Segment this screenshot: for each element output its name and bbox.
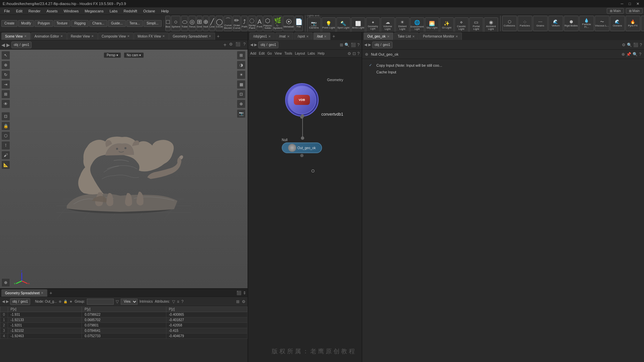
camera-tool[interactable]: 📷 Camera: [307, 17, 321, 33]
caustic-light-tool[interactable]: ⋄ Caustic Light: [454, 17, 469, 33]
grid-tool[interactable]: ⊞ Grid: [197, 16, 202, 31]
ng-tools-button[interactable]: Tools: [284, 52, 292, 55]
node-icon-button[interactable]: ⊕: [59, 300, 61, 303]
viewport-breadcrumb[interactable]: obj / geo1: [11, 42, 32, 48]
menu-redshift[interactable]: Redshift: [121, 8, 140, 14]
attributes-list-icon[interactable]: ≡: [177, 299, 179, 304]
props-help-button[interactable]: ?: [640, 43, 642, 47]
point-light-tool[interactable]: 💡 Point Light: [322, 17, 336, 33]
box-tool[interactable]: □ Box: [165, 16, 171, 31]
mat-tab-close[interactable]: ✕: [287, 35, 290, 38]
display-options-button[interactable]: ⊞: [237, 51, 246, 60]
geo-tab-close[interactable]: ✕: [41, 291, 44, 295]
menu-megascans[interactable]: Megascans: [82, 8, 106, 14]
workspace-main-left[interactable]: ⊞ Main: [607, 8, 624, 14]
viewport-gear-button[interactable]: ⚙: [228, 41, 233, 49]
ng-edit-button[interactable]: Edit: [259, 52, 265, 55]
tab-geo-spreadsheet[interactable]: Geometry Spreadsheet ✕: [169, 33, 215, 40]
minimize-button[interactable]: ─: [619, 2, 626, 6]
ss-help-icon[interactable]: ?: [181, 299, 184, 304]
menu-help[interactable]: Help: [158, 8, 171, 14]
ss-breadcrumb[interactable]: obj / geo1: [10, 298, 30, 305]
tab-animation-editor[interactable]: Animation Editor ✕: [31, 33, 67, 40]
viewport-maximize-button[interactable]: ⬛: [235, 41, 241, 49]
tab-motion-fx[interactable]: Motion FX View ✕: [134, 33, 169, 40]
convertvdb-visual[interactable]: VDB: [285, 83, 319, 117]
node-lock-button[interactable]: 🔒: [63, 300, 67, 303]
geo-spreadsheet-close[interactable]: ✕: [209, 35, 211, 38]
ng-settings-button[interactable]: ⚙: [347, 51, 351, 56]
particles-tool[interactable]: ·:· Particles: [518, 16, 532, 31]
ng-labs-button[interactable]: Labs: [308, 52, 315, 55]
filter-icon[interactable]: ▽: [116, 299, 119, 304]
viscous-tool[interactable]: 〜 Viscous L...: [595, 16, 609, 31]
menu-render[interactable]: Render: [26, 8, 43, 14]
cache-input-item[interactable]: Cache Input: [365, 69, 641, 75]
metaball-tool[interactable]: ⦿ Metaball: [283, 16, 294, 31]
ng-layout-menu-button[interactable]: Layout: [295, 52, 305, 55]
grains-tool[interactable]: ⋯ Grains: [533, 16, 548, 31]
sphere-tool[interactable]: ○ Sphere: [171, 16, 180, 31]
path-tool[interactable]: ⤴ Path: [241, 16, 247, 31]
breadcrumb-obj[interactable]: obj: [14, 43, 18, 47]
tab-out[interactable]: /out ✕: [313, 33, 330, 40]
ng-add-button[interactable]: Add: [250, 52, 256, 55]
portal-light-tool[interactable]: ▭ Portal Light: [469, 17, 483, 33]
menu-assets[interactable]: Assets: [44, 8, 60, 14]
props-gear-button[interactable]: ⚙: [622, 43, 626, 47]
tab-spot[interactable]: /spot ✕: [294, 33, 313, 40]
props-pin-button[interactable]: 📌: [626, 52, 631, 57]
props-nav-back[interactable]: ◀: [364, 43, 367, 47]
ambient-light-tool[interactable]: ◉ Ambient Light: [484, 17, 498, 33]
ng-nav-back[interactable]: ◀: [250, 43, 253, 47]
bg-color-button[interactable]: ▦: [237, 80, 246, 89]
ss-breadcrumb-geo1[interactable]: geo1: [20, 300, 28, 303]
tab-obj-geo1[interactable]: /obj/geo1 ✕: [250, 33, 275, 40]
copy-input-item[interactable]: ✓ Copy Input (Note: Input will be still …: [365, 62, 641, 69]
menu-windows[interactable]: Windows: [61, 8, 82, 14]
texture-mode-button[interactable]: Texture: [54, 20, 71, 27]
spot-tab-close[interactable]: ✕: [306, 35, 309, 38]
character-mode-button[interactable]: Chara...: [89, 20, 107, 27]
out-geo-ok-close[interactable]: ✕: [387, 35, 390, 38]
lighting-button[interactable]: ☀: [237, 70, 246, 79]
col-header-pz[interactable]: P[z]: [166, 307, 248, 312]
out-tab-close[interactable]: ✕: [324, 35, 327, 38]
tab-composite-view[interactable]: Composite View ✕: [98, 33, 133, 40]
nav-back-button[interactable]: ◀: [1, 42, 5, 48]
menu-file[interactable]: File: [1, 8, 13, 14]
menu-octane[interactable]: Octane: [141, 8, 158, 14]
spot-light-tool[interactable]: 🔦 Spot Light: [336, 17, 351, 33]
vellum-tool[interactable]: 🌊 Vellum: [548, 16, 563, 31]
ng-help-menu-button[interactable]: Help: [318, 52, 325, 55]
perf-monitor-close[interactable]: ✕: [455, 35, 458, 38]
menu-labs[interactable]: Labs: [107, 8, 120, 14]
take-list-close[interactable]: ✕: [412, 35, 415, 38]
ortho-button[interactable]: ⊡: [237, 90, 246, 99]
maximize-button[interactable]: □: [627, 2, 633, 6]
add-bottom-tab-button[interactable]: +: [48, 290, 53, 296]
attributes-filter-icon[interactable]: ▽: [172, 299, 175, 304]
props-geo1[interactable]: geo1: [383, 43, 390, 47]
group-input[interactable]: [87, 299, 114, 305]
viewport-help-button[interactable]: ?: [243, 41, 246, 49]
oceans-tool[interactable]: 🌊 Oceans: [610, 16, 625, 31]
rigging-mode-button[interactable]: Rigging: [71, 20, 89, 27]
tab-render-view[interactable]: Render View ✕: [67, 33, 98, 40]
close-button[interactable]: ✕: [634, 2, 641, 6]
render-close[interactable]: ✕: [91, 35, 94, 38]
null-output-connector[interactable]: [300, 154, 304, 157]
props-search2-button[interactable]: 🔍: [633, 52, 638, 57]
tube-tool[interactable]: ⬭ Tube: [181, 16, 188, 31]
3d-viewport[interactable]: ↖ ⊕ ↻ ⇥ ⊞ 👁 ⊡ 🔒 ⬡ ⊺ 🖌 📐 ⊕ Persp ▾: [0, 50, 248, 288]
window-controls[interactable]: ─ □ ✕: [619, 2, 641, 6]
env-light-tool[interactable]: 🌐 Environment Light: [410, 17, 424, 33]
ng-breadcrumb[interactable]: obj / geo1: [258, 42, 278, 48]
tab-take-list[interactable]: Take List ✕: [394, 33, 419, 40]
node-star-button[interactable]: ★: [69, 300, 72, 303]
viewport-add-button[interactable]: +: [223, 41, 227, 49]
simplici-mode-button[interactable]: Simpli...: [144, 20, 162, 27]
ng-go-button[interactable]: Go: [267, 52, 272, 55]
col-header-py[interactable]: P[y]: [82, 307, 166, 312]
ng-breadcrumb-geo1[interactable]: geo1: [269, 43, 276, 47]
